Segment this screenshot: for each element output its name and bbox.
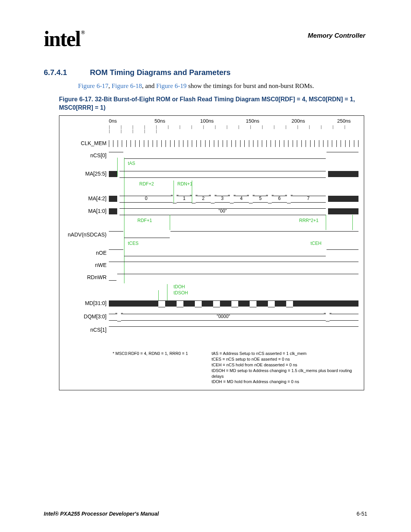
signal-ncs0: nCS[0] bbox=[59, 151, 358, 161]
section-number: 6.7.4.1ROM Timing Diagrams and Parameter… bbox=[44, 68, 367, 77]
ann-tces: tCES bbox=[128, 241, 139, 246]
ann-rdn1: RDN+1 bbox=[177, 181, 193, 187]
signal-ncs1: nCS[1] bbox=[59, 325, 358, 336]
ann-tas: tAS bbox=[128, 161, 135, 166]
ann-tdsoh: tDSOH bbox=[174, 290, 188, 296]
signal-rdnwr: RDnWR bbox=[59, 273, 358, 283]
signal-ma1-0: MA[1:0] "00" bbox=[59, 206, 358, 217]
ann-rdf2: RDF+2 bbox=[139, 181, 154, 187]
ann-rrr: RRR*2+1 bbox=[299, 218, 319, 223]
signal-clk-mem: CLK_MEM bbox=[59, 139, 358, 149]
signal-ma25-5: MA[25:5] bbox=[59, 169, 358, 180]
signal-nadv: nADV(nSDCAS) bbox=[59, 230, 358, 241]
ann-rdf1: RDF+1 bbox=[137, 218, 152, 223]
ann-tdoh: tDOH bbox=[174, 284, 185, 289]
time-scale: 0ns 50ns 100ns 150ns 200ns 250ns bbox=[109, 118, 358, 123]
tick-marks: | | | | | | | | | | | | | | | | | | | | … bbox=[109, 125, 358, 130]
figure-caption: Figure 6-17. 32-Bit Burst-of-Eight ROM o… bbox=[59, 95, 367, 112]
fig-link-6-19[interactable]: Figure 6-19 bbox=[156, 82, 186, 89]
signal-nwe: nWE bbox=[59, 260, 358, 271]
header-chapter: Memory Controller bbox=[308, 32, 365, 40]
signal-dqm: DQM[3:0] "0000" bbox=[59, 312, 358, 323]
fig-link-6-17[interactable]: Figure 6-17 bbox=[78, 82, 108, 89]
page-number: 6-51 bbox=[357, 511, 367, 517]
signal-md: MD[31:0] bbox=[59, 299, 358, 309]
manual-title: Intel® PXA255 Processor Developer's Manu… bbox=[44, 511, 159, 517]
page-footer: 6-51 Intel® PXA255 Processor Developer's… bbox=[44, 511, 367, 517]
intro-paragraph: Figure 6-17, Figure 6-18, and Figure 6-1… bbox=[78, 82, 367, 90]
fig-link-6-18[interactable]: Figure 6-18 bbox=[112, 82, 142, 89]
timing-diagram: 0ns 50ns 100ns 150ns 200ns 250ns | | | |… bbox=[59, 115, 364, 390]
signal-noe: nOE bbox=[59, 248, 358, 259]
signal-ma4-2: MA[4:2] 0 1 2 3 4 5 6 7 bbox=[59, 194, 358, 204]
ann-tceh: tCEH bbox=[311, 241, 322, 246]
section-title: ROM Timing Diagrams and Parameters bbox=[90, 68, 231, 77]
figure-notes: * MSC0:RDF0 = 4, RDN0 = 1, RRR0 = 1 tAS … bbox=[113, 351, 356, 385]
